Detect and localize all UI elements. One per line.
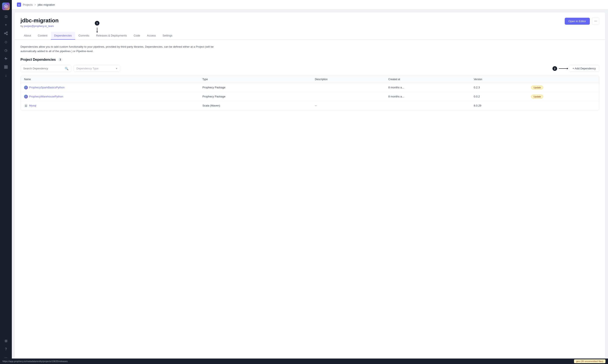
more-options-button[interactable]: ··· [592, 17, 599, 25]
chevron-down-icon: ▾ [116, 67, 117, 70]
tab-access[interactable]: Access [144, 32, 159, 40]
dep-name-link[interactable]: Mysql [24, 104, 196, 107]
breadcrumb-separator: > [34, 3, 36, 6]
cell-description: -- [311, 101, 385, 110]
cell-type: Scala (Maven) [199, 101, 311, 110]
table-header-row: Name Type Description Created at Version [21, 76, 599, 83]
svg-marker-12 [25, 96, 27, 97]
svg-line-6 [5, 34, 7, 34]
sidebar-camera-icon[interactable]: ⊡ [2, 13, 10, 20]
tab-code[interactable]: Code [130, 32, 144, 40]
dep-name-link[interactable]: ProphecySparkBasicsPython [24, 86, 196, 90]
status-bar: https://app.prophecy.io/metadata/entity/… [0, 359, 608, 364]
title-section: jdbc-migration by poojas@prophecy.io_tea… [20, 17, 59, 28]
status-url: https://app.prophecy.io/metadata/entity/… [2, 360, 68, 363]
cell-description [311, 92, 385, 101]
tabs: About Content Dependencies Commits Relea… [14, 28, 605, 40]
cell-created: 8 months a... [385, 83, 470, 92]
sidebar-table-icon[interactable]: ⊞ [2, 337, 10, 345]
svg-rect-10 [6, 67, 7, 68]
cell-name: ProphecySparkBasicsPython [21, 83, 199, 92]
annotation-bubble-1: 1 [95, 21, 99, 26]
cell-version: 8.0.29 [470, 101, 528, 110]
cell-version: 0.0.2 [470, 92, 528, 101]
sidebar-graph-icon[interactable] [2, 63, 10, 71]
dependencies-table: Name Type Description Created at Version… [20, 76, 599, 110]
dep-name-link[interactable]: ProphecyWarehousePython [24, 95, 196, 99]
tab-about[interactable]: About [20, 32, 34, 40]
search-box[interactable]: 🔍 [20, 65, 71, 72]
svg-line-5 [5, 32, 7, 33]
annotation-1: 1 [97, 28, 97, 32]
search-icon: 🔍 [65, 67, 68, 70]
annotation-arrowhead-1 [96, 32, 98, 33]
breadcrumb-current: jdbc-migration [38, 3, 55, 6]
dep-icon-prophecy [24, 95, 28, 99]
page-header: jdbc-migration by poojas@prophecy.io_tea… [14, 12, 605, 28]
table-row: Mysql Scala (Maven) -- 8.0.29 [21, 101, 599, 110]
tab-dependencies[interactable]: Dependencies [51, 32, 75, 40]
breadcrumb-parent[interactable]: Projects [23, 3, 33, 6]
tab-releases[interactable]: Releases & Deployments [93, 32, 130, 40]
cell-name: Mysql [21, 101, 199, 110]
sidebar-clock-icon[interactable]: ◷ [2, 46, 10, 54]
section-title: Project Dependencies [20, 58, 56, 62]
col-created: Created at [385, 76, 470, 83]
annotation-arrow-1 [97, 28, 97, 32]
sidebar: ⊡ + ◇ ◷ ↓ ⊞ ? ··· [0, 0, 12, 364]
svg-rect-7 [4, 65, 6, 67]
svg-rect-9 [4, 67, 6, 68]
col-name: Name [21, 76, 199, 83]
dep-icon-prophecy [24, 86, 28, 90]
col-description: Description [311, 76, 385, 83]
svg-point-2 [4, 33, 5, 34]
svg-point-13 [26, 105, 27, 106]
sidebar-add-icon[interactable]: + [2, 21, 10, 29]
cell-created: 8 months a... [385, 92, 470, 101]
annotation-bubble-2: 2 [553, 66, 557, 71]
section-header: Project Dependencies 3 [14, 53, 605, 65]
app-logo[interactable] [2, 2, 10, 10]
add-dependency-button[interactable]: + Add Dependency [569, 65, 599, 72]
section-count: 3 [58, 58, 63, 62]
sidebar-workflow-icon[interactable] [2, 29, 10, 37]
sidebar-pulse-icon[interactable] [2, 55, 10, 62]
cell-version: 0.2.3 [470, 83, 528, 92]
table-row: ProphecyWarehousePython Prophecy Package… [21, 92, 599, 101]
cell-badge: Update [528, 83, 599, 92]
sidebar-download-icon[interactable]: ↓ [2, 72, 10, 79]
svg-point-3 [7, 32, 8, 33]
status-warning: ges (26 uncommitted files) [574, 359, 606, 363]
update-badge[interactable]: Update [531, 86, 543, 90]
sidebar-help-icon[interactable]: ? [2, 345, 10, 353]
open-editor-button[interactable]: Open in Editor [565, 18, 590, 25]
tabs-container: 1 About Content Dependencies Commits Rel… [14, 28, 605, 40]
dep-icon-user [24, 104, 28, 107]
search-input[interactable] [23, 67, 63, 70]
tab-content[interactable]: Content [34, 32, 51, 40]
col-type: Type [199, 76, 311, 83]
cell-type: Prophecy Package [199, 83, 311, 92]
tab-commits[interactable]: Commits [75, 32, 93, 40]
update-badge[interactable]: Update [531, 95, 543, 99]
cell-badge [528, 101, 599, 110]
cell-type: Prophecy Package [199, 92, 311, 101]
author-link[interactable]: poojas@prophecy.io_team [24, 25, 54, 28]
svg-marker-11 [25, 87, 27, 88]
cell-created [385, 101, 470, 110]
sidebar-gem-icon[interactable]: ◇ [2, 38, 10, 46]
annotation-arrow-2 [559, 68, 567, 69]
dep-name-text: ProphecyWarehousePython [29, 95, 63, 98]
main-area: ◈ Projects > jdbc-migration jdbc-migrati… [12, 0, 608, 364]
svg-point-1 [5, 6, 7, 7]
dependency-type-select[interactable]: Dependency Type ▾ [74, 65, 120, 72]
cell-description [311, 83, 385, 92]
page-title: jdbc-migration [20, 17, 59, 24]
header-actions: Open in Editor ··· [565, 17, 599, 25]
page-author: by poojas@prophecy.io_team [20, 25, 59, 28]
tab-settings[interactable]: Settings [159, 32, 176, 40]
dep-name-text: Mysql [29, 104, 36, 107]
content-panel: jdbc-migration by poojas@prophecy.io_tea… [14, 12, 606, 362]
cell-name: ProphecyWarehousePython [21, 92, 199, 101]
breadcrumb: ◈ Projects > jdbc-migration [12, 0, 608, 10]
